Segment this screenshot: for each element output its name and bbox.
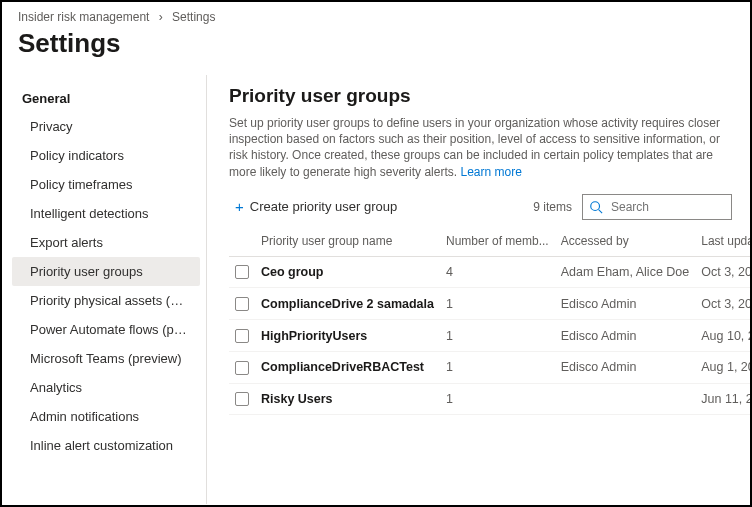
row-checkbox[interactable] xyxy=(235,392,249,406)
sidebar-item[interactable]: Inline alert customization xyxy=(12,431,200,460)
cell-name[interactable]: ComplianceDriveRBACTest xyxy=(255,351,440,383)
plus-icon: + xyxy=(235,199,244,214)
breadcrumb: Insider risk management › Settings xyxy=(2,2,750,24)
sidebar-item[interactable]: Power Automate flows (preview) xyxy=(12,315,200,344)
sidebar-item[interactable]: Admin notifications xyxy=(12,402,200,431)
priority-user-groups-table: Priority user group name Number of memb.… xyxy=(229,226,750,416)
column-name[interactable]: Priority user group name xyxy=(255,226,440,257)
cell-members: 1 xyxy=(440,288,555,320)
sidebar: General PrivacyPolicy indicatorsPolicy t… xyxy=(2,75,207,504)
row-checkbox[interactable] xyxy=(235,265,249,279)
chevron-right-icon: › xyxy=(159,10,163,24)
sidebar-heading: General xyxy=(12,85,206,112)
sidebar-item[interactable]: Priority user groups xyxy=(12,257,200,286)
svg-point-0 xyxy=(591,202,600,211)
column-updated[interactable]: Last updated xyxy=(695,226,750,257)
sidebar-item[interactable]: Microsoft Teams (preview) xyxy=(12,344,200,373)
items-count: 9 items xyxy=(533,200,572,214)
cell-name[interactable]: Ceo group xyxy=(255,256,440,288)
breadcrumb-current: Settings xyxy=(172,10,215,24)
sidebar-item[interactable]: Policy timeframes xyxy=(12,170,200,199)
search-box[interactable] xyxy=(582,194,732,220)
column-accessed[interactable]: Accessed by xyxy=(555,226,696,257)
sidebar-item[interactable]: Export alerts xyxy=(12,228,200,257)
breadcrumb-root[interactable]: Insider risk management xyxy=(18,10,149,24)
cell-name[interactable]: ComplianceDrive 2 samadala xyxy=(255,288,440,320)
table-header-row: Priority user group name Number of memb.… xyxy=(229,226,750,257)
cell-updated: Jun 11, 2021 xyxy=(695,383,750,415)
row-checkbox[interactable] xyxy=(235,297,249,311)
table-row[interactable]: HighPriorityUsers1Edisco AdminAug 10, 20… xyxy=(229,320,750,352)
sidebar-item[interactable]: Policy indicators xyxy=(12,141,200,170)
cell-members: 4 xyxy=(440,256,555,288)
row-checkbox[interactable] xyxy=(235,329,249,343)
section-title: Priority user groups xyxy=(229,85,732,107)
table-row[interactable]: Risky Users1Jun 11, 2021 xyxy=(229,383,750,415)
create-priority-user-group-button[interactable]: + Create priority user group xyxy=(229,195,403,218)
cell-updated: Aug 1, 2022 xyxy=(695,351,750,383)
search-input[interactable] xyxy=(609,199,725,215)
cell-accessed xyxy=(555,383,696,415)
cell-name[interactable]: HighPriorityUsers xyxy=(255,320,440,352)
learn-more-link[interactable]: Learn more xyxy=(460,165,521,179)
sidebar-item[interactable]: Priority physical assets (preview) xyxy=(12,286,200,315)
cell-members: 1 xyxy=(440,320,555,352)
sidebar-item[interactable]: Intelligent detections xyxy=(12,199,200,228)
toolbar: + Create priority user group 9 items xyxy=(229,194,732,220)
table-row[interactable]: Ceo group4Adam Eham, Alice DoeOct 3, 202… xyxy=(229,256,750,288)
search-icon xyxy=(589,200,603,214)
table-row[interactable]: ComplianceDrive 2 samadala1Edisco AdminO… xyxy=(229,288,750,320)
cell-accessed: Edisco Admin xyxy=(555,288,696,320)
cell-accessed: Edisco Admin xyxy=(555,320,696,352)
cell-accessed: Edisco Admin xyxy=(555,351,696,383)
section-description: Set up priority user groups to define us… xyxy=(229,115,732,180)
table-row[interactable]: ComplianceDriveRBACTest1Edisco AdminAug … xyxy=(229,351,750,383)
cell-updated: Oct 3, 2022 xyxy=(695,256,750,288)
cell-updated: Oct 3, 2022 xyxy=(695,288,750,320)
column-members[interactable]: Number of memb... xyxy=(440,226,555,257)
main-panel: Priority user groups Set up priority use… xyxy=(207,75,750,504)
svg-line-1 xyxy=(599,209,603,213)
cell-updated: Aug 10, 2022 xyxy=(695,320,750,352)
page-title: Settings xyxy=(2,24,750,75)
column-checkbox xyxy=(229,226,255,257)
cell-name[interactable]: Risky Users xyxy=(255,383,440,415)
cell-members: 1 xyxy=(440,351,555,383)
cell-accessed: Adam Eham, Alice Doe xyxy=(555,256,696,288)
cell-members: 1 xyxy=(440,383,555,415)
create-button-label: Create priority user group xyxy=(250,199,397,214)
sidebar-item[interactable]: Analytics xyxy=(12,373,200,402)
row-checkbox[interactable] xyxy=(235,361,249,375)
sidebar-item[interactable]: Privacy xyxy=(12,112,200,141)
